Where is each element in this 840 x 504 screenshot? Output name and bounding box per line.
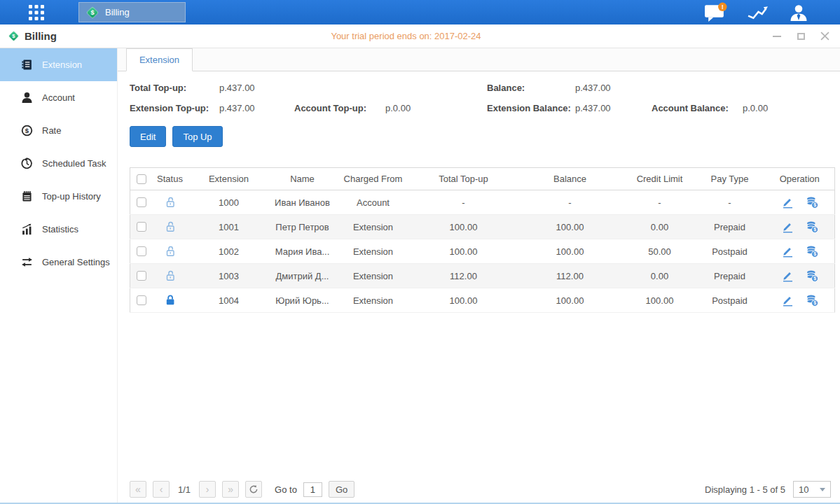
cell-pay-type: Postpaid <box>695 288 765 313</box>
top-up-button[interactable]: Top Up <box>172 126 222 147</box>
user-menu-button[interactable] <box>788 4 809 21</box>
edit-row-button[interactable] <box>781 270 794 282</box>
account-balance-value: p.0.00 <box>743 103 831 113</box>
table-header-row: Status Extension Name Charged From Total… <box>130 168 835 190</box>
pagination-bar: « ‹ 1/1 › » Go to Go Di <box>118 481 840 498</box>
extension-topup-value: p.437.00 <box>219 103 294 113</box>
app-grid-icon <box>28 4 45 21</box>
top-up-row-button[interactable]: $ <box>806 196 818 209</box>
status-lock-icon <box>153 270 188 282</box>
select-all-checkbox[interactable] <box>137 174 146 184</box>
sidebar: Extension Account $ Rate <box>0 48 118 503</box>
svg-text:$: $ <box>813 300 816 306</box>
last-page-button[interactable]: » <box>222 481 239 498</box>
cell-name: Петр Петров <box>270 215 335 239</box>
maximize-button[interactable] <box>796 31 806 41</box>
messages-button[interactable]: ! <box>704 2 727 22</box>
cell-pay-type: Prepaid <box>695 264 765 288</box>
top-up-row-button[interactable]: $ <box>806 245 818 258</box>
pagination-summary: Displaying 1 - 5 of 5 10 <box>705 481 831 498</box>
sidebar-item-general-settings[interactable]: General Settings <box>0 246 117 279</box>
cell-pay-type: Prepaid <box>695 215 765 239</box>
cell-extension: 1001 <box>188 215 270 239</box>
edit-row-button[interactable] <box>781 245 794 258</box>
sidebar-item-statistics[interactable]: Statistics <box>0 213 117 246</box>
first-page-button[interactable]: « <box>130 481 146 498</box>
table-row: 1002 Мария Ива... Extension 100.00 100.0… <box>130 239 835 264</box>
window-controls <box>772 31 829 41</box>
goto-page-input[interactable] <box>303 482 322 497</box>
refresh-button[interactable] <box>245 481 262 498</box>
top-up-row-button[interactable]: $ <box>806 294 818 307</box>
minimize-icon <box>773 36 781 37</box>
top-up-row-button[interactable]: $ <box>806 220 818 233</box>
cell-extension: 1002 <box>188 239 270 264</box>
maximize-icon <box>797 33 805 40</box>
sidebar-item-extension[interactable]: Extension <box>0 48 117 81</box>
row-checkbox[interactable] <box>137 197 146 207</box>
taskbar-tab-billing[interactable]: $ Billing <box>78 2 186 22</box>
cell-pay-type: Postpaid <box>695 239 765 264</box>
edit-row-button[interactable] <box>781 294 794 307</box>
col-header-operation: Operation <box>765 168 835 190</box>
taskbar-right-icons: ! <box>704 0 809 24</box>
svg-text:$: $ <box>12 33 15 39</box>
extension-balance-value: p.437.00 <box>575 103 652 113</box>
general-settings-arrows-icon <box>21 256 33 268</box>
page-size-value: 10 <box>799 484 808 495</box>
cell-balance: 100.00 <box>516 288 625 313</box>
app-window: $ Billing ! <box>0 0 840 504</box>
tab-extension[interactable]: Extension <box>126 48 193 71</box>
edit-button[interactable]: Edit <box>130 126 166 147</box>
total-topup-label: Total Top-up: <box>130 83 219 93</box>
sidebar-item-label: Scheduled Task <box>42 158 106 169</box>
sidebar-item-rate[interactable]: $ Rate <box>0 114 117 147</box>
scheduled-task-clock-icon <box>21 158 33 169</box>
sidebar-item-topup-history[interactable]: Top-up History <box>0 180 117 213</box>
col-header-balance: Balance <box>516 168 625 190</box>
page-indicator: 1/1 <box>178 484 191 495</box>
cell-total-topup: 100.00 <box>412 239 516 264</box>
extension-balance-label: Extension Balance: <box>487 103 575 113</box>
cell-balance: 112.00 <box>516 264 625 288</box>
select-all-header <box>130 168 153 190</box>
row-checkbox[interactable] <box>137 295 146 305</box>
sidebar-item-account[interactable]: Account <box>0 81 117 114</box>
topup-history-notepad-icon <box>21 190 33 202</box>
col-header-status: Status <box>153 168 188 190</box>
go-button[interactable]: Go <box>329 481 354 498</box>
cell-charged-from: Extension <box>335 239 412 264</box>
close-button[interactable] <box>820 31 829 41</box>
table-row: 1001 Петр Петров Extension 100.00 100.00… <box>130 215 835 239</box>
svg-text:$: $ <box>90 9 94 16</box>
displaying-text: Displaying 1 - 5 of 5 <box>705 484 785 495</box>
cell-pay-type: - <box>695 190 765 215</box>
row-checkbox[interactable] <box>137 246 146 256</box>
row-checkbox[interactable] <box>137 222 146 232</box>
action-buttons: Edit Top Up <box>130 126 840 147</box>
minimize-button[interactable] <box>772 31 782 41</box>
top-up-row-button[interactable]: $ <box>806 270 818 282</box>
row-operations: $ <box>765 245 835 258</box>
sidebar-item-label: Rate <box>42 125 61 136</box>
app-launcher-button[interactable] <box>23 0 50 24</box>
edit-row-button[interactable] <box>781 196 794 209</box>
row-operations: $ <box>765 270 835 282</box>
refresh-icon <box>249 484 259 494</box>
window-titlebar: $ Billing Your trial period ends on: 201… <box>0 24 840 48</box>
reports-button[interactable] <box>746 4 769 21</box>
unlocked-icon <box>164 245 177 258</box>
prev-page-button[interactable]: ‹ <box>153 481 170 498</box>
sidebar-item-label: Statistics <box>42 224 78 234</box>
col-header-charged-from: Charged From <box>335 168 412 190</box>
cell-charged-from: Extension <box>335 264 412 288</box>
next-page-button[interactable]: › <box>199 481 216 498</box>
row-checkbox[interactable] <box>137 271 146 281</box>
cell-charged-from: Extension <box>335 288 412 313</box>
page-size-select[interactable]: 10 <box>793 481 831 498</box>
sidebar-item-scheduled-task[interactable]: Scheduled Task <box>0 147 117 180</box>
window-title-group: $ Billing <box>8 30 57 42</box>
chevron-down-icon <box>820 488 825 491</box>
edit-row-button[interactable] <box>781 220 794 233</box>
taskbar-tab-label: Billing <box>105 7 130 18</box>
